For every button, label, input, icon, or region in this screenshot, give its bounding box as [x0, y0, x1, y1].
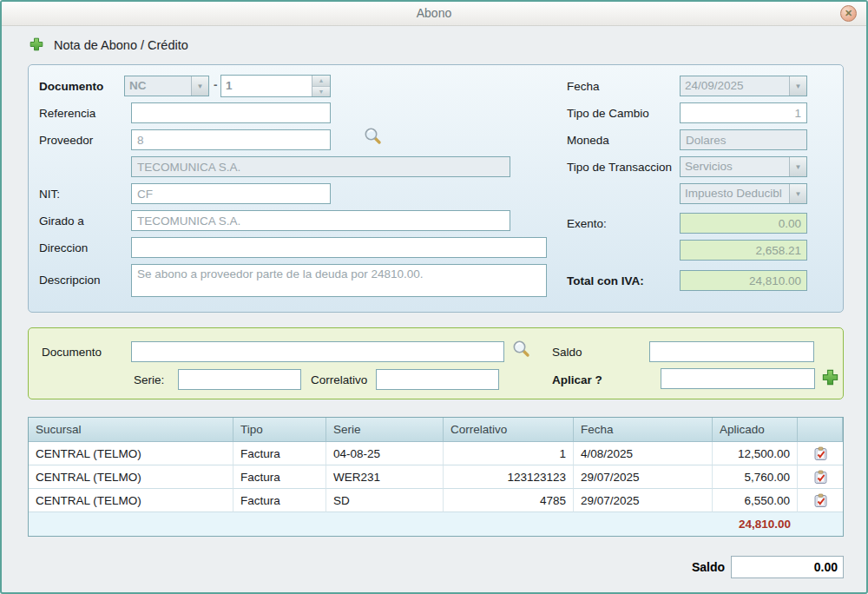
fecha-label: Fecha — [567, 80, 600, 93]
tipo-cambio-input[interactable] — [680, 102, 807, 123]
col-serie[interactable]: Serie — [326, 418, 444, 441]
applied-documents-table: Sucursal Tipo Serie Correlativo Fecha Ap… — [28, 417, 844, 537]
exento-label: Exento: — [567, 217, 607, 230]
add-note-icon — [30, 37, 43, 55]
applied-total: 24,810.00 — [713, 512, 798, 536]
tipo-transaccion-label: Tipo de Transaccion — [567, 161, 672, 174]
col-fecha[interactable]: Fecha — [574, 418, 713, 441]
impuesto-value: Impuesto Deducibl — [681, 184, 789, 203]
document-panel: Documento NC ▼ - 1 ▲ ▼ Referencia Provee… — [28, 64, 844, 313]
table-row: CENTRAL (TELMO) Factura 04-08-25 1 4/08/… — [29, 442, 843, 465]
doc-number-spinner[interactable]: 1 ▲ ▼ — [220, 75, 331, 97]
proveedor-search-icon[interactable] — [363, 126, 383, 149]
cell-aplicado: 6,550.00 — [713, 489, 798, 512]
window-title: Abono — [2, 6, 866, 20]
descripcion-input[interactable]: Se abono a proveedor parte de la deuda p… — [131, 264, 547, 297]
tipo-transaccion-select[interactable]: Servicios ▼ — [680, 156, 807, 177]
page-title: Nota de Abono / Crédito — [54, 38, 188, 52]
doc-dash: - — [214, 78, 218, 91]
serie-label: Serie: — [134, 373, 164, 386]
cell-correlativo: 1 — [444, 442, 574, 465]
cell-sucursal: CENTRAL (TELMO) — [29, 489, 233, 512]
doc-type-value: NC — [125, 76, 191, 96]
col-actions — [798, 418, 843, 441]
impuesto-select[interactable]: Impuesto Deducibl ▼ — [680, 183, 807, 204]
apply-add-icon[interactable] — [822, 369, 838, 389]
chevron-down-icon[interactable]: ▼ — [191, 76, 208, 96]
edit-row-button[interactable] — [813, 446, 828, 461]
col-tipo[interactable]: Tipo — [233, 418, 326, 441]
col-correlativo[interactable]: Correlativo — [444, 418, 574, 441]
cell-sucursal: CENTRAL (TELMO) — [29, 442, 233, 465]
nit-input[interactable] — [131, 183, 331, 204]
cell-aplicado: 5,760.00 — [713, 465, 798, 489]
cell-aplicado: 12,500.00 — [713, 442, 798, 465]
chevron-down-icon[interactable]: ▼ — [789, 184, 806, 203]
iva-input[interactable] — [680, 240, 807, 261]
apply-search-icon[interactable] — [511, 339, 531, 362]
proveedor-label: Proveedor — [39, 134, 93, 147]
cell-fecha: 4/08/2025 — [574, 442, 713, 465]
aplicar-label: Aplicar ? — [552, 373, 602, 386]
exento-input[interactable] — [680, 213, 807, 234]
cell-serie: WER231 — [326, 465, 444, 489]
nit-label: NIT: — [39, 188, 60, 201]
close-button[interactable]: ✕ — [840, 5, 857, 22]
cell-tipo: Factura — [233, 442, 326, 465]
apply-saldo-input[interactable] — [649, 341, 814, 362]
tipo-cambio-label: Tipo de Cambio — [567, 107, 649, 120]
edit-row-button[interactable] — [813, 470, 828, 485]
clipboard-check-icon — [813, 470, 828, 485]
table-total-row: 24,810.00 — [29, 512, 843, 536]
doc-type-select[interactable]: NC ▼ — [124, 76, 209, 96]
correlativo-label: Correlativo — [311, 373, 367, 386]
proveedor-input[interactable] — [131, 129, 331, 150]
proveedor-name-input[interactable] — [131, 156, 510, 177]
cell-serie: SD — [326, 489, 444, 512]
cell-fecha: 29/07/2025 — [574, 465, 713, 489]
cell-serie: 04-08-25 — [326, 442, 444, 465]
edit-row-button[interactable] — [813, 493, 828, 508]
chevron-down-icon[interactable]: ▼ — [789, 157, 806, 176]
col-sucursal[interactable]: Sucursal — [29, 418, 233, 441]
tipo-transaccion-value: Servicios — [681, 157, 789, 176]
total-iva-input[interactable] — [680, 270, 807, 291]
footer-saldo-label: Saldo — [609, 560, 725, 574]
moneda-label: Moneda — [567, 134, 609, 147]
direccion-label: Direccion — [39, 241, 88, 254]
apply-documento-label: Documento — [42, 346, 102, 359]
cell-tipo: Factura — [233, 489, 326, 512]
girado-label: Girado a — [39, 214, 84, 228]
fecha-select[interactable]: 24/09/2025 ▼ — [680, 76, 807, 96]
cell-correlativo: 4785 — [444, 489, 574, 512]
serie-input[interactable] — [178, 369, 301, 390]
cell-sucursal: CENTRAL (TELMO) — [29, 465, 233, 489]
cell-fecha: 29/07/2025 — [574, 489, 713, 512]
footer-saldo-input[interactable] — [731, 556, 844, 578]
abono-window: Abono ✕ Nota de Abono / Crédito Document… — [0, 0, 868, 594]
table-row: CENTRAL (TELMO) Factura WER231 123123123… — [29, 465, 843, 489]
spinner-up-icon[interactable]: ▲ — [312, 76, 330, 87]
chevron-down-icon[interactable]: ▼ — [789, 76, 806, 96]
page-header: Nota de Abono / Crédito — [2, 35, 866, 59]
direccion-input[interactable] — [131, 237, 547, 258]
apply-saldo-label: Saldo — [552, 346, 582, 359]
spinner-down-icon[interactable]: ▼ — [312, 87, 330, 97]
cell-tipo: Factura — [233, 465, 326, 489]
correlativo-input[interactable] — [376, 369, 499, 390]
aplicar-input[interactable] — [661, 368, 815, 389]
table-row: CENTRAL (TELMO) Factura SD 4785 29/07/20… — [29, 489, 843, 512]
moneda-input[interactable] — [680, 129, 807, 150]
girado-input[interactable] — [131, 210, 510, 231]
apply-documento-input[interactable] — [131, 341, 504, 362]
apply-panel: Documento Saldo Serie: Correlativo Aplic… — [28, 327, 844, 399]
referencia-label: Referencia — [39, 107, 95, 120]
close-icon: ✕ — [845, 9, 852, 18]
clipboard-check-icon — [813, 493, 828, 508]
fecha-value: 24/09/2025 — [681, 76, 789, 96]
table-header-row: Sucursal Tipo Serie Correlativo Fecha Ap… — [29, 418, 843, 442]
referencia-input[interactable] — [131, 102, 331, 123]
col-aplicado[interactable]: Aplicado — [713, 418, 798, 441]
documento-label: Documento — [39, 80, 103, 93]
total-iva-label: Total con IVA: — [567, 274, 644, 287]
